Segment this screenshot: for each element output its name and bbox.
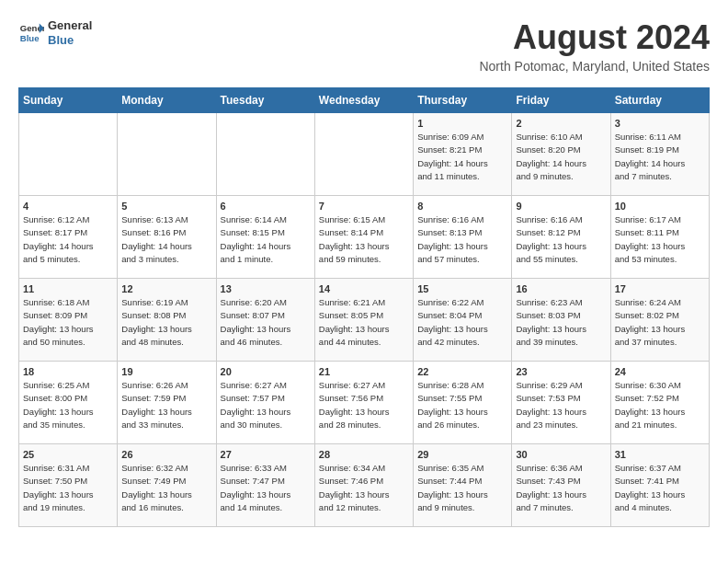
day-number: 24 bbox=[615, 366, 705, 377]
day-number: 12 bbox=[121, 283, 211, 294]
header-wednesday: Wednesday bbox=[314, 88, 413, 113]
header-monday: Monday bbox=[118, 88, 216, 113]
day-cell-4-6: 31Sunrise: 6:37 AM Sunset: 7:41 PM Dayli… bbox=[610, 444, 709, 527]
day-cell-4-1: 26Sunrise: 6:32 AM Sunset: 7:49 PM Dayli… bbox=[118, 444, 216, 527]
day-info: Sunrise: 6:37 AM Sunset: 7:41 PM Dayligh… bbox=[615, 462, 705, 514]
header-saturday: Saturday bbox=[610, 88, 709, 113]
day-number: 21 bbox=[319, 366, 409, 377]
week-row-2: 4Sunrise: 6:12 AM Sunset: 8:17 PM Daylig… bbox=[19, 196, 710, 279]
header-thursday: Thursday bbox=[414, 88, 512, 113]
day-info: Sunrise: 6:25 AM Sunset: 8:00 PM Dayligh… bbox=[23, 379, 113, 431]
day-number: 14 bbox=[319, 283, 409, 294]
day-number: 11 bbox=[23, 283, 113, 294]
day-cell-1-5: 9Sunrise: 6:16 AM Sunset: 8:12 PM Daylig… bbox=[512, 196, 610, 279]
day-number: 17 bbox=[615, 283, 705, 294]
day-number: 19 bbox=[121, 366, 211, 377]
location-subtitle: North Potomac, Maryland, United States bbox=[479, 59, 710, 74]
svg-text:Blue: Blue bbox=[20, 32, 40, 42]
day-cell-2-6: 17Sunrise: 6:24 AM Sunset: 8:02 PM Dayli… bbox=[610, 279, 709, 362]
day-cell-3-6: 24Sunrise: 6:30 AM Sunset: 7:52 PM Dayli… bbox=[610, 362, 709, 444]
day-cell-0-0 bbox=[19, 113, 118, 196]
day-cell-2-2: 13Sunrise: 6:20 AM Sunset: 8:07 PM Dayli… bbox=[216, 279, 314, 362]
calendar-table: SundayMondayTuesdayWednesdayThursdayFrid… bbox=[18, 87, 710, 527]
day-info: Sunrise: 6:20 AM Sunset: 8:07 PM Dayligh… bbox=[221, 296, 311, 349]
logo-icon: General Blue bbox=[18, 20, 44, 46]
day-number: 31 bbox=[615, 449, 705, 460]
day-number: 7 bbox=[319, 201, 409, 212]
day-number: 15 bbox=[417, 283, 507, 294]
logo-blue-text: Blue bbox=[48, 33, 92, 48]
day-cell-0-3 bbox=[314, 113, 413, 196]
day-info: Sunrise: 6:29 AM Sunset: 7:53 PM Dayligh… bbox=[516, 379, 606, 431]
day-info: Sunrise: 6:22 AM Sunset: 8:04 PM Dayligh… bbox=[417, 296, 507, 349]
day-info: Sunrise: 6:26 AM Sunset: 7:59 PM Dayligh… bbox=[121, 379, 211, 431]
day-info: Sunrise: 6:16 AM Sunset: 8:12 PM Dayligh… bbox=[516, 213, 606, 266]
week-row-5: 25Sunrise: 6:31 AM Sunset: 7:50 PM Dayli… bbox=[19, 444, 710, 527]
calendar-header-row: SundayMondayTuesdayWednesdayThursdayFrid… bbox=[19, 88, 710, 113]
day-cell-3-4: 22Sunrise: 6:28 AM Sunset: 7:55 PM Dayli… bbox=[414, 362, 512, 444]
day-cell-3-5: 23Sunrise: 6:29 AM Sunset: 7:53 PM Dayli… bbox=[512, 362, 610, 444]
day-number: 9 bbox=[516, 201, 606, 212]
day-number: 8 bbox=[417, 201, 507, 212]
day-info: Sunrise: 6:19 AM Sunset: 8:08 PM Dayligh… bbox=[121, 296, 211, 349]
day-info: Sunrise: 6:11 AM Sunset: 8:19 PM Dayligh… bbox=[615, 131, 705, 183]
day-info: Sunrise: 6:09 AM Sunset: 8:21 PM Dayligh… bbox=[417, 131, 507, 183]
header-tuesday: Tuesday bbox=[216, 88, 314, 113]
month-year-title: August 2024 bbox=[479, 18, 710, 57]
day-number: 6 bbox=[221, 201, 311, 212]
day-info: Sunrise: 6:21 AM Sunset: 8:05 PM Dayligh… bbox=[319, 296, 409, 349]
day-cell-4-0: 25Sunrise: 6:31 AM Sunset: 7:50 PM Dayli… bbox=[19, 444, 118, 527]
day-number: 1 bbox=[417, 118, 507, 129]
week-row-3: 11Sunrise: 6:18 AM Sunset: 8:09 PM Dayli… bbox=[19, 279, 710, 362]
week-row-4: 18Sunrise: 6:25 AM Sunset: 8:00 PM Dayli… bbox=[19, 362, 710, 444]
day-cell-1-4: 8Sunrise: 6:16 AM Sunset: 8:13 PM Daylig… bbox=[414, 196, 512, 279]
day-info: Sunrise: 6:28 AM Sunset: 7:55 PM Dayligh… bbox=[417, 379, 507, 431]
day-cell-4-5: 30Sunrise: 6:36 AM Sunset: 7:43 PM Dayli… bbox=[512, 444, 610, 527]
day-info: Sunrise: 6:35 AM Sunset: 7:44 PM Dayligh… bbox=[417, 462, 507, 514]
day-cell-2-0: 11Sunrise: 6:18 AM Sunset: 8:09 PM Dayli… bbox=[19, 279, 118, 362]
logo-general-text: General bbox=[48, 18, 92, 33]
day-info: Sunrise: 6:14 AM Sunset: 8:15 PM Dayligh… bbox=[221, 213, 311, 266]
day-info: Sunrise: 6:36 AM Sunset: 7:43 PM Dayligh… bbox=[516, 462, 606, 514]
title-block: August 2024 North Potomac, Maryland, Uni… bbox=[479, 18, 710, 74]
day-cell-3-3: 21Sunrise: 6:27 AM Sunset: 7:56 PM Dayli… bbox=[314, 362, 413, 444]
day-info: Sunrise: 6:13 AM Sunset: 8:16 PM Dayligh… bbox=[121, 213, 211, 266]
header-friday: Friday bbox=[512, 88, 610, 113]
day-number: 30 bbox=[516, 449, 606, 460]
day-number: 3 bbox=[615, 118, 705, 129]
day-number: 16 bbox=[516, 283, 606, 294]
day-info: Sunrise: 6:16 AM Sunset: 8:13 PM Dayligh… bbox=[417, 213, 507, 266]
day-number: 20 bbox=[221, 366, 311, 377]
day-info: Sunrise: 6:23 AM Sunset: 8:03 PM Dayligh… bbox=[516, 296, 606, 349]
day-number: 4 bbox=[23, 201, 113, 212]
day-info: Sunrise: 6:31 AM Sunset: 7:50 PM Dayligh… bbox=[23, 462, 113, 514]
day-number: 2 bbox=[516, 118, 606, 129]
day-number: 27 bbox=[221, 449, 311, 460]
day-number: 18 bbox=[23, 366, 113, 377]
day-cell-0-4: 1Sunrise: 6:09 AM Sunset: 8:21 PM Daylig… bbox=[414, 113, 512, 196]
day-cell-1-1: 5Sunrise: 6:13 AM Sunset: 8:16 PM Daylig… bbox=[118, 196, 216, 279]
day-cell-3-1: 19Sunrise: 6:26 AM Sunset: 7:59 PM Dayli… bbox=[118, 362, 216, 444]
day-number: 26 bbox=[121, 449, 211, 460]
header-sunday: Sunday bbox=[19, 88, 118, 113]
logo: General Blue General Blue bbox=[18, 18, 92, 47]
day-info: Sunrise: 6:34 AM Sunset: 7:46 PM Dayligh… bbox=[319, 462, 409, 514]
day-cell-1-6: 10Sunrise: 6:17 AM Sunset: 8:11 PM Dayli… bbox=[610, 196, 709, 279]
day-info: Sunrise: 6:12 AM Sunset: 8:17 PM Dayligh… bbox=[23, 213, 113, 266]
day-cell-3-0: 18Sunrise: 6:25 AM Sunset: 8:00 PM Dayli… bbox=[19, 362, 118, 444]
page-header: General Blue General Blue August 2024 No… bbox=[18, 18, 710, 74]
day-cell-4-4: 29Sunrise: 6:35 AM Sunset: 7:44 PM Dayli… bbox=[414, 444, 512, 527]
day-cell-1-3: 7Sunrise: 6:15 AM Sunset: 8:14 PM Daylig… bbox=[314, 196, 413, 279]
day-cell-2-5: 16Sunrise: 6:23 AM Sunset: 8:03 PM Dayli… bbox=[512, 279, 610, 362]
day-number: 10 bbox=[615, 201, 705, 212]
day-info: Sunrise: 6:30 AM Sunset: 7:52 PM Dayligh… bbox=[615, 379, 705, 431]
day-info: Sunrise: 6:27 AM Sunset: 7:57 PM Dayligh… bbox=[221, 379, 311, 431]
day-cell-3-2: 20Sunrise: 6:27 AM Sunset: 7:57 PM Dayli… bbox=[216, 362, 314, 444]
day-number: 5 bbox=[121, 201, 211, 212]
day-info: Sunrise: 6:32 AM Sunset: 7:49 PM Dayligh… bbox=[121, 462, 211, 514]
day-cell-0-1 bbox=[118, 113, 216, 196]
day-cell-2-4: 15Sunrise: 6:22 AM Sunset: 8:04 PM Dayli… bbox=[414, 279, 512, 362]
day-cell-1-2: 6Sunrise: 6:14 AM Sunset: 8:15 PM Daylig… bbox=[216, 196, 314, 279]
week-row-1: 1Sunrise: 6:09 AM Sunset: 8:21 PM Daylig… bbox=[19, 113, 710, 196]
day-cell-1-0: 4Sunrise: 6:12 AM Sunset: 8:17 PM Daylig… bbox=[19, 196, 118, 279]
